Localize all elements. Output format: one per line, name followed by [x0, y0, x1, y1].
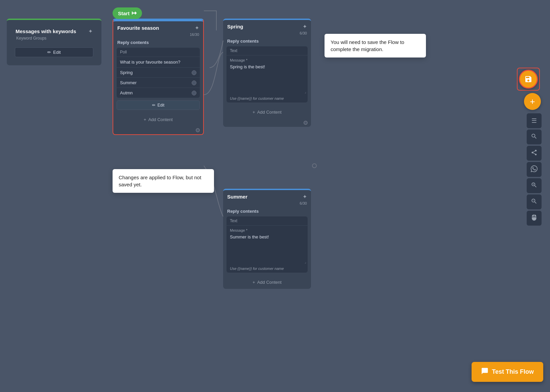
poll-edit-button[interactable]: ✏ Edit [117, 100, 200, 110]
poll-option-spring: Spring [117, 68, 200, 78]
summer-title: Summer [227, 194, 247, 200]
favourite-plus-icon: + [144, 117, 146, 122]
spring-count: 6/30 [223, 31, 311, 37]
spring-move-icon[interactable]: ✦ [303, 23, 307, 30]
changes-tooltip: Changes are applied to Flow, but not sav… [113, 169, 214, 193]
favourite-add-content-label: Add Content [148, 117, 173, 122]
keywords-move-icon[interactable]: ✦ [88, 28, 93, 34]
summer-message-content: Summer is the best! [230, 234, 304, 240]
summer-count: 6/30 [223, 201, 311, 207]
zoom-out-button[interactable] [527, 194, 542, 209]
share-icon [531, 149, 537, 158]
save-button[interactable] [519, 70, 538, 89]
mouse-icon [531, 214, 537, 223]
start-arrow: ↦ [131, 9, 137, 17]
poll-radio-spring[interactable] [192, 70, 196, 75]
spring-node: Spring ✦ 6/30 Reply contents Text Messag… [223, 19, 311, 127]
summer-text-type: Text [226, 216, 308, 226]
summer-hint: Use {{name}} for customer name [226, 264, 308, 273]
right-toolbar: ☰ [527, 113, 542, 226]
spring-hint: Use {{name}} for customer name [226, 94, 308, 102]
spring-text-type: Text [226, 46, 308, 55]
add-icon: + [530, 96, 535, 107]
keywords-node: Messages with keywords ✦ Keyword Groups … [7, 19, 101, 65]
summer-move-icon[interactable]: ✦ [303, 193, 307, 200]
migration-tooltip-text: You will need to save the Flow to comple… [331, 39, 404, 52]
spring-add-content-label: Add Content [257, 110, 282, 115]
favourite-count: 16/30 [113, 32, 203, 39]
start-label: Start [118, 10, 129, 16]
favourite-title: Favourite season [117, 25, 159, 31]
summer-node: Summer ✦ 6/30 Reply contents Text Messag… [223, 189, 311, 289]
summer-message-label: Message * [230, 228, 304, 232]
add-node-button[interactable]: + [524, 93, 541, 110]
poll-block: Poll What is your favourite season? Spri… [117, 48, 200, 98]
summer-add-content-label: Add Content [257, 280, 282, 285]
migration-tooltip: You will need to save the Flow to comple… [325, 34, 426, 57]
zoom-in-icon [531, 182, 537, 190]
poll-option-summer: Summer [117, 78, 200, 88]
menu-icon: ☰ [531, 117, 537, 124]
favourite-connector-dot[interactable] [196, 128, 200, 132]
spring-message-label: Message * [230, 58, 304, 62]
keywords-title: Messages with keywords [16, 28, 76, 34]
poll-radio-summer[interactable] [192, 80, 196, 85]
search-icon [531, 133, 537, 141]
spring-plus-icon: + [253, 110, 255, 115]
spring-title: Spring [227, 24, 243, 29]
save-button-container [517, 68, 540, 91]
changes-tooltip-text: Changes are applied to Flow, but not sav… [119, 175, 201, 187]
canvas: Start ↦ Messages with keywords ✦ Keyword… [0, 0, 550, 392]
spring-section-label: Reply contents [223, 37, 311, 46]
keywords-edit-button[interactable]: ✏ Edit [15, 47, 93, 57]
favourite-section-label: Reply contents [113, 39, 203, 48]
share-button[interactable] [527, 146, 542, 161]
zoom-in-button[interactable] [527, 178, 542, 193]
save-red-border [517, 68, 540, 91]
start-button[interactable]: Start ↦ [113, 7, 142, 19]
spring-add-content-button[interactable]: + Add Content [223, 105, 311, 119]
mouse-button[interactable] [527, 211, 542, 226]
poll-type-label: Poll [117, 48, 200, 57]
summer-resize-handle[interactable]: ⌟ [226, 259, 308, 264]
save-icon [524, 75, 532, 83]
spring-text-block: Text Message * Spring is the best! ⌟ Use… [226, 46, 308, 102]
summer-text-block: Text Message * Summer is the best! ⌟ Use… [226, 216, 308, 273]
summer-add-content-button[interactable]: + Add Content [223, 275, 311, 289]
poll-edit-icon: ✏ [152, 103, 156, 108]
poll-question: What is your favourite season? [117, 57, 200, 68]
spring-message-area: Message * Spring is the best! [226, 55, 308, 89]
test-flow-button[interactable]: Test This Flow [472, 362, 543, 382]
poll-edit-label: Edit [158, 103, 165, 108]
whatsapp-icon [531, 165, 537, 174]
search-button[interactable] [527, 130, 542, 144]
spring-connector-dot[interactable] [304, 121, 308, 125]
zoom-out-icon [531, 198, 537, 206]
summer-section-label: Reply contents [223, 207, 311, 216]
whatsapp-button[interactable] [527, 162, 542, 177]
poll-option-autmn: Autmn [117, 88, 200, 98]
test-flow-chat-icon [481, 367, 488, 376]
poll-radio-autmn[interactable] [192, 91, 196, 95]
spring-message-content: Spring is the best! [230, 64, 304, 70]
spring-connector [223, 119, 311, 127]
summer-plus-icon: + [253, 280, 255, 285]
poll-option-autmn-label: Autmn [120, 90, 133, 95]
spring-resize-handle[interactable]: ⌟ [226, 89, 308, 94]
menu-button[interactable]: ☰ [527, 113, 542, 128]
keywords-subtitle: Keyword Groups [11, 36, 97, 43]
edit-pencil-icon: ✏ [47, 50, 51, 55]
summer-message-area: Message * Summer is the best! [226, 226, 308, 259]
test-flow-label: Test This Flow [492, 368, 534, 375]
favourite-add-content-button[interactable]: + Add Content [113, 113, 203, 126]
favourite-move-icon[interactable]: ✦ [195, 25, 199, 31]
favourite-connector [113, 126, 203, 134]
poll-option-summer-label: Summer [120, 80, 137, 85]
keywords-edit-label: Edit [53, 50, 61, 55]
favourite-season-node: Favourite season ✦ 16/30 Reply contents … [113, 19, 204, 135]
poll-option-spring-label: Spring [120, 70, 133, 75]
